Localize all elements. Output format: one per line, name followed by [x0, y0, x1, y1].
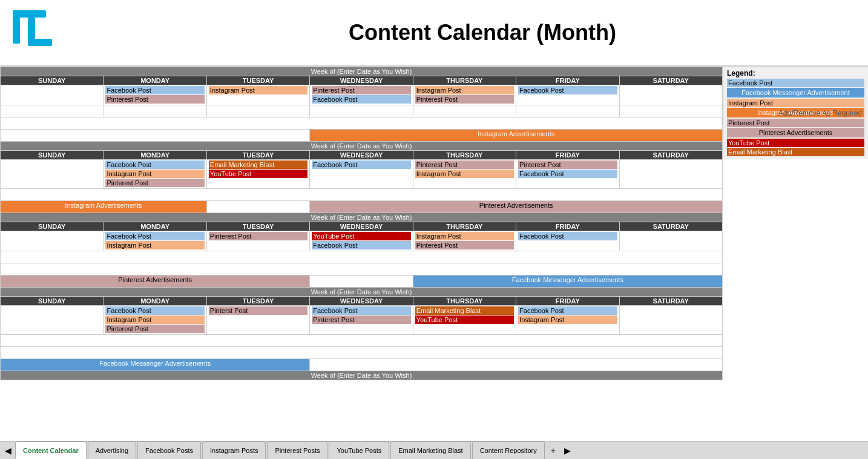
- tab-pinterest-posts[interactable]: Pinterest Posts: [267, 441, 327, 459]
- day-tuesday-4: TUESDAY: [206, 297, 309, 306]
- w4-mon-fb: Facebook Post: [105, 306, 204, 315]
- w4-thu-yt: YouTube Post: [415, 315, 514, 324]
- w4-row2: [1, 335, 723, 347]
- day-wednesday-2: WEDNESDAY: [310, 151, 413, 160]
- tab-youtube-posts[interactable]: YouTube Posts: [329, 441, 389, 459]
- week-header-row-3: Week of (Enter Date as You Wish): [1, 213, 723, 222]
- w3-fri-r1: Facebook Post: [516, 231, 619, 251]
- w4-sun-r1: [1, 306, 104, 335]
- w2-fri-fb: Facebook Post: [518, 170, 617, 178]
- week-header-5: Week of (Enter Date as You Wish): [1, 371, 723, 380]
- legend-instagram-post: Instagram Post: [727, 99, 864, 107]
- w1-wed-pin: Pinterest Post: [312, 86, 410, 94]
- w3-sat-r1: [619, 231, 722, 251]
- w1-thu-ig: Instagram Post: [415, 86, 514, 94]
- day-friday-3: FRIDAY: [516, 222, 619, 231]
- logo-icon: [10, 7, 64, 56]
- day-friday-4: FRIDAY: [516, 297, 619, 306]
- day-sunday-2: SUNDAY: [1, 151, 104, 160]
- title-area: Content Calendar (Month): [107, 20, 858, 45]
- w3-fri-fb: Facebook Post: [518, 232, 617, 240]
- w3-tue-r1: Pinterest Post: [206, 231, 309, 251]
- w2-mon-pin: Pinterest Post: [105, 179, 204, 187]
- w1-thu-r2: [413, 105, 516, 117]
- w3-row2: [1, 251, 723, 263]
- w4-sat-r1: [619, 306, 722, 335]
- w2-mon-ig: Instagram Post: [105, 170, 204, 178]
- tab-add-button[interactable]: +: [546, 441, 561, 459]
- tab-next-arrow[interactable]: ▶: [562, 441, 573, 459]
- day-saturday-3: SATURDAY: [619, 222, 722, 231]
- tab-advertising[interactable]: Advertising: [88, 441, 136, 459]
- week-header-row-2: Week of (Enter Date as You Wish): [1, 142, 723, 151]
- tab-prev-arrow[interactable]: ◀: [2, 441, 14, 459]
- tab-instagram-posts[interactable]: Instagram Posts: [202, 441, 266, 459]
- w1-sat-r1: [619, 85, 722, 105]
- w3-mon-r1: Facebook Post Instagram Post: [104, 231, 206, 251]
- tab-email-marketing[interactable]: Email Marketing Blast: [390, 441, 470, 459]
- w4-thu-r1: Email Marketing Blast YouTube Post: [413, 306, 516, 335]
- w3-tue-pin: Pinterest Post: [209, 232, 307, 240]
- page-header: Content Calendar (Month): [0, 0, 868, 67]
- week3-row1: Facebook Post Instagram Post Pinterest P…: [1, 231, 723, 251]
- w2-tue-r1: Email Marketing Blast YouTube Post: [206, 160, 309, 189]
- day-thursday-3: THURSDAY: [413, 222, 516, 231]
- calendar-area: Week of (Enter Date as You Wish) SUNDAY …: [0, 67, 723, 441]
- legend-fb-messenger-ad: Facebook Messenger Advertisement: [727, 88, 864, 97]
- add-remove-label: Add/Remove As Required: [778, 109, 862, 117]
- tab-content-calendar[interactable]: Content Calendar: [15, 441, 87, 459]
- tab-facebook-posts[interactable]: Facebook Posts: [137, 441, 201, 459]
- week1-row3: [1, 117, 723, 130]
- day-saturday-1: SATURDAY: [619, 76, 722, 85]
- w1-sun-r1: [1, 85, 104, 105]
- week3-row3: [1, 263, 723, 276]
- day-sunday-4: SUNDAY: [1, 297, 104, 306]
- tabs-bar: ◀ Content Calendar Advertising Facebook …: [0, 441, 868, 459]
- w3-sun-r1: [1, 231, 104, 251]
- week2-row1: Facebook Post Instagram Post Pinterest P…: [1, 160, 723, 189]
- w2-sun-r1: [1, 160, 104, 189]
- day-header-row-1: SUNDAY MONDAY TUESDAY WEDNESDAY THURSDAY…: [1, 76, 723, 85]
- week4-ad-row: Facebook Messenger Advertisements: [1, 359, 723, 371]
- w4-mon-ig: Instagram Post: [105, 315, 204, 324]
- w4-fb-msg-ad: Facebook Messenger Advertisements: [1, 359, 310, 371]
- week1-ad-row: Instagram Advertisements: [1, 130, 723, 142]
- w1-mon-r2: [104, 105, 206, 117]
- w2-tue-yt: YouTube Post: [209, 170, 307, 178]
- day-tuesday-3: TUESDAY: [206, 222, 309, 231]
- w2-row2: [1, 189, 723, 201]
- w2-mon-r1: Facebook Post Instagram Post Pinterest P…: [104, 160, 206, 189]
- week1-row1: Facebook Post Pinterest Post Instagram P…: [1, 85, 723, 105]
- w1-wed-fb: Facebook Post: [312, 95, 410, 104]
- legend-facebook-post: Facebook Post: [727, 79, 864, 87]
- w2-ig-ad: Instagram Advertisements: [1, 201, 207, 213]
- w1-mon-pin: Pinterest Post: [105, 95, 204, 104]
- day-wednesday-3: WEDNESDAY: [310, 222, 413, 231]
- svg-rect-1: [13, 10, 20, 44]
- w2-thu-pin: Pinterest Post: [415, 160, 514, 169]
- w3-pin-ad: Pinterest Advertisements: [1, 276, 310, 288]
- w1-tue-r1: Instagram Post: [206, 85, 309, 105]
- w3-mon-ig: Instagram Post: [105, 241, 204, 249]
- legend-email-blast: Email Marketing Blast: [727, 148, 864, 156]
- week4-row3: [1, 347, 723, 359]
- w3-mon-fb: Facebook Post: [105, 232, 204, 240]
- week2-row2: [1, 189, 723, 201]
- w2-thu-r1: Pinterest Post Instagram Post: [413, 160, 516, 189]
- week3-ad-row: Pinterest Advertisements Facebook Messen…: [1, 276, 723, 288]
- day-thursday-1: THURSDAY: [413, 76, 516, 85]
- logo-area: [10, 7, 107, 58]
- w2-pin-ad: Pinterest Advertisements: [310, 201, 723, 213]
- day-thursday-2: THURSDAY: [413, 151, 516, 160]
- w1-fri-r1: Facebook Post: [516, 85, 619, 105]
- w1-ad-empty: [1, 130, 310, 142]
- tab-content-repository[interactable]: Content Repository: [472, 441, 545, 459]
- w4-fri-ig: Instagram Post: [518, 315, 617, 324]
- day-friday-2: FRIDAY: [516, 151, 619, 160]
- w3-wed-yt: YouTube Post: [312, 232, 410, 240]
- legend-youtube-post: YouTube Post: [727, 139, 864, 147]
- w1-thu-r1: Instagram Post Pinterest Post: [413, 85, 516, 105]
- w4-fri-fb: Facebook Post: [518, 306, 617, 315]
- day-saturday-4: SATURDAY: [619, 297, 722, 306]
- w4-wed-fb: Facebook Post: [312, 306, 410, 315]
